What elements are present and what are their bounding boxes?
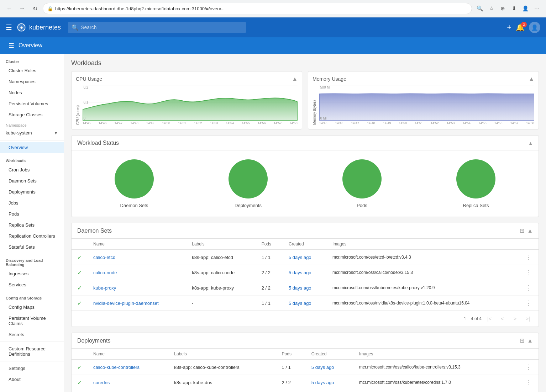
forward-button[interactable]: → (17, 4, 27, 14)
cluster-section-header: Cluster (0, 54, 64, 65)
row-status-icon: ✓ (72, 280, 88, 296)
app-logo: ⎈ kubernetes (16, 22, 61, 32)
sidebar-item-daemon-sets[interactable]: Daemon Sets (0, 175, 64, 186)
deployments-circle-label: Deployments (235, 203, 262, 208)
daemon-sets-pagination-text: 1 – 4 of 4 (464, 316, 482, 321)
row-created: 5 days ago (283, 296, 327, 311)
deployments-collapse-icon[interactable]: ▲ (527, 338, 533, 344)
row-name: calico-node (88, 265, 186, 280)
hamburger-menu-icon[interactable]: ☰ (6, 23, 12, 32)
profile-button[interactable]: 👤 (520, 4, 530, 14)
back-button[interactable]: ← (4, 4, 14, 14)
sidebar-item-cron-jobs[interactable]: Cron Jobs (0, 164, 64, 175)
sidebar-item-replication-controllers[interactable]: Replication Controllers (0, 231, 64, 242)
row-more-button[interactable]: ⋮ (518, 390, 539, 392)
sidebar-item-deployments[interactable]: Deployments (0, 186, 64, 197)
overview-menu-icon[interactable]: ☰ (9, 42, 14, 49)
sidebar-item-about[interactable]: About (0, 374, 64, 385)
download-button[interactable]: ⬇ (509, 4, 519, 14)
sidebar-item-settings[interactable]: Settings (0, 363, 64, 374)
row-image: mcr.microsoft.com/oss/calico/kube-contro… (353, 360, 518, 375)
memory-chart-collapse-button[interactable]: ▲ (529, 76, 534, 82)
workload-status-collapse-button[interactable]: ▲ (528, 141, 533, 146)
favorites-button[interactable]: ☆ (486, 4, 496, 14)
row-labels: k8s-app: calico-node (186, 265, 256, 280)
search-bar: 🔍 (68, 22, 246, 33)
row-pods: 1 / 1 (276, 390, 306, 392)
svg-text:⎈: ⎈ (20, 25, 23, 30)
workload-status-card: Workload Status ▲ Daemon Sets Deployment… (71, 135, 539, 217)
namespace-selector[interactable]: kube-system (6, 129, 58, 137)
row-more-button[interactable]: ⋮ (518, 375, 539, 390)
sidebar-item-pvc[interactable]: Persistent Volume Claims (0, 313, 64, 329)
sidebar-item-jobs[interactable]: Jobs (0, 197, 64, 208)
pods-circle-label: Pods (357, 203, 367, 208)
table-row: ✓ kube-proxy k8s-app: kube-proxy 2 / 2 5… (72, 280, 539, 296)
sidebar-item-overview[interactable]: Overview (0, 142, 64, 153)
pagination-next-button[interactable]: > (510, 314, 520, 324)
sidebar-item-config-maps[interactable]: Config Maps (0, 302, 64, 313)
sidebar-item-stateful-sets[interactable]: Stateful Sets (0, 242, 64, 253)
pagination-last-button[interactable]: >| (523, 314, 533, 324)
row-status-icon: ✓ (72, 296, 88, 311)
sidebar-item-services[interactable]: Services (0, 279, 64, 290)
sidebar-item-persistent-volumes[interactable]: Persistent Volumes (0, 98, 64, 109)
row-more-button[interactable]: ⋮ (518, 250, 539, 265)
row-name: calico-etcd (88, 250, 186, 265)
add-button[interactable]: + (507, 23, 511, 32)
daemon-sets-filter-icon[interactable]: ⊞ (520, 227, 524, 234)
table-row: ✓ nvidia-device-plugin-daemonset - 1 / 1… (72, 296, 539, 311)
row-more-button[interactable]: ⋮ (518, 296, 539, 311)
address-bar[interactable]: 🔒 https://kubernetes-dashboard.dbe-1d8ph… (43, 3, 472, 14)
sidebar-item-pods[interactable]: Pods (0, 208, 64, 219)
sidebar-item-cluster-roles[interactable]: Cluster Roles (0, 65, 64, 76)
sidebar-item-crd[interactable]: Custom Resource Definitions (0, 343, 64, 360)
row-pods: 1 / 1 (256, 250, 283, 265)
notification-button[interactable]: 🔔 2 (516, 23, 525, 32)
col-status (72, 239, 88, 250)
more-button[interactable]: ⋯ (532, 4, 542, 14)
collections-button[interactable]: ⊕ (498, 4, 508, 14)
row-created: 5 days ago (283, 265, 327, 280)
cpu-chart-collapse-button[interactable]: ▲ (292, 76, 298, 82)
search-browser-button[interactable]: 🔍 (475, 4, 485, 14)
sidebar-item-namespaces[interactable]: Namespaces (0, 76, 64, 87)
lock-icon: 🔒 (47, 6, 53, 11)
user-avatar[interactable]: 👤 (529, 22, 540, 33)
sidebar-item-storage-classes[interactable]: Storage Classes (0, 109, 64, 120)
daemon-sets-table-title: Daemon Sets (77, 228, 112, 234)
daemon-sets-table-card: Daemon Sets ⊞ ▲ Name Labels Pods Created (71, 223, 539, 327)
svg-text:0.1: 0.1 (83, 100, 88, 104)
sidebar-item-replica-sets[interactable]: Replica Sets (0, 219, 64, 231)
row-labels: - (186, 296, 256, 311)
memory-chart-svg: 500 Mi 0 Mi (319, 85, 534, 121)
replica-sets-status-circle (456, 159, 495, 198)
deployments-filter-icon[interactable]: ⊞ (520, 337, 524, 344)
row-more-button[interactable]: ⋮ (518, 280, 539, 296)
pagination-prev-button[interactable]: < (497, 314, 507, 324)
row-name: nvidia-device-plugin-daemonset (88, 296, 186, 311)
content-area: Workloads CPU Usage ▲ CPU (cores) (64, 54, 546, 392)
col-name: Name (88, 239, 186, 250)
row-name: coredns (88, 375, 168, 390)
daemon-sets-collapse-icon[interactable]: ▲ (527, 228, 533, 234)
url-text: https://kubernetes-dashboard.dbe-1d8phq2… (55, 6, 467, 11)
svg-text:0 Mi: 0 Mi (320, 116, 326, 120)
row-more-button[interactable]: ⋮ (518, 360, 539, 375)
sidebar-item-nodes[interactable]: Nodes (0, 87, 64, 98)
pagination-first-button[interactable]: |< (484, 314, 494, 324)
row-status-icon: ✓ (72, 250, 88, 265)
memory-chart-area: 500 Mi 0 Mi (319, 85, 534, 121)
deployments-table-card: Deployments ⊞ ▲ Name Labels Pods Created (71, 333, 539, 392)
workloads-section-title: Workloads (71, 59, 539, 67)
sidebar-item-secrets[interactable]: Secrets (0, 329, 64, 340)
sidebar-item-ingresses[interactable]: Ingresses (0, 268, 64, 279)
table-row: ✓ coredns k8s-app: kube-dns 2 / 2 5 days… (72, 375, 539, 390)
row-image: mcr.microsoft.com/oss/nvidia/k8s-device-… (327, 296, 518, 311)
row-image: mcr.microsoft.com/oss/calico/node:v3.15.… (327, 265, 518, 280)
deployments-table-title: Deployments (77, 338, 110, 344)
reload-button[interactable]: ↻ (30, 4, 40, 14)
replica-sets-circle-label: Replica Sets (463, 203, 489, 208)
row-more-button[interactable]: ⋮ (518, 265, 539, 280)
search-input[interactable] (68, 22, 246, 33)
